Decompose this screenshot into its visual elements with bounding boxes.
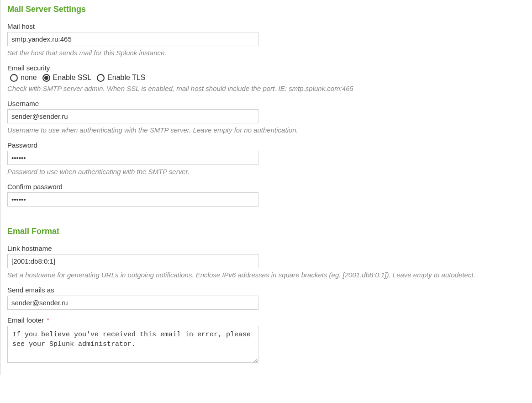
mail-host-field-group: Mail host Set the host that sends mail f…	[7, 22, 532, 58]
password-input[interactable]	[7, 151, 258, 165]
radio-none-label[interactable]: none	[21, 74, 37, 82]
confirm-password-field-group: Confirm password	[7, 183, 532, 207]
username-helper: Username to use when authenticating with…	[7, 125, 532, 135]
radio-tls-wrapper[interactable]: Enable TLS	[97, 74, 145, 82]
password-label: Password	[7, 141, 532, 149]
password-field-group: Password Password to use when authentica…	[7, 141, 532, 176]
username-input[interactable]	[7, 109, 258, 123]
email-footer-field-group: Email footer *	[7, 316, 532, 364]
mail-host-input[interactable]	[7, 32, 258, 46]
link-hostname-input[interactable]	[7, 254, 258, 268]
email-footer-label: Email footer *	[7, 316, 532, 324]
required-star: *	[47, 316, 49, 324]
username-field-group: Username Username to use when authentica…	[7, 100, 532, 135]
radio-ssl-circle[interactable]	[42, 74, 50, 82]
settings-form: Mail Server Settings Mail host Set the h…	[0, 0, 532, 375]
send-emails-as-input[interactable]	[7, 296, 258, 310]
link-hostname-helper: Set a hostname for generating URLs in ou…	[7, 270, 532, 280]
mail-server-settings-header: Mail Server Settings	[7, 5, 532, 14]
mail-host-label: Mail host	[7, 22, 532, 30]
mail-host-helper: Set the host that sends mail for this Sp…	[7, 48, 532, 58]
email-security-field-group: Email security none Enable SSL Enable TL…	[7, 64, 532, 93]
email-format-header: Email Format	[7, 227, 532, 236]
radio-ssl-label[interactable]: Enable SSL	[53, 74, 92, 82]
link-hostname-field-group: Link hostname Set a hostname for generat…	[7, 244, 532, 280]
radio-tls-circle[interactable]	[97, 74, 105, 82]
section-spacer	[7, 213, 532, 227]
confirm-password-input[interactable]	[7, 192, 258, 207]
username-label: Username	[7, 100, 532, 107]
email-security-label: Email security	[7, 64, 532, 72]
radio-ssl-wrapper[interactable]: Enable SSL	[42, 74, 92, 82]
link-hostname-label: Link hostname	[7, 244, 532, 252]
email-footer-label-text: Email footer	[7, 316, 44, 324]
radio-none-wrapper[interactable]: none	[10, 74, 37, 82]
email-security-helper: Check with SMTP server admin. When SSL i…	[7, 84, 532, 93]
send-emails-as-label: Send emails as	[7, 286, 532, 294]
radio-none-circle[interactable]	[10, 74, 18, 82]
send-emails-as-field-group: Send emails as	[7, 286, 532, 310]
email-security-radio-group: none Enable SSL Enable TLS	[7, 74, 532, 82]
email-footer-textarea[interactable]	[7, 326, 258, 363]
radio-tls-label[interactable]: Enable TLS	[107, 74, 145, 82]
confirm-password-label: Confirm password	[7, 183, 532, 191]
password-helper: Password to use when authenticating with…	[7, 167, 532, 176]
